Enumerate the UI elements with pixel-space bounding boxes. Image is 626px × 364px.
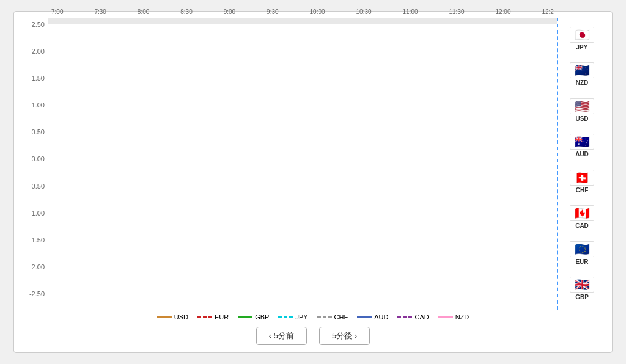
next-button[interactable]: 5分後 ›: [319, 327, 370, 345]
legend-entry-aud: AUD: [357, 313, 388, 321]
y-axis: 2.50 2.00 1.50 1.00 0.50 0.00 -0.50 -1.0…: [20, 18, 48, 310]
chart-wrapper: 7:00 7:30 8:00 8:30 9:00 9:30 10:00 10:3…: [48, 18, 557, 310]
legend-line-eur: [197, 316, 212, 318]
legend-line-gbp: [238, 316, 252, 318]
flag-eur: 🇪🇺: [570, 241, 594, 257]
legend-entry-gbp: GBP: [238, 313, 269, 321]
label-gbp: GBP: [575, 294, 589, 300]
label-jpy: JPY: [576, 44, 588, 51]
grid-line: [48, 24, 557, 24]
legend-entry-chf: CHF: [317, 313, 348, 321]
bottom-legend: USD EUR GBP JPY CHF AUD CAD NZD: [20, 310, 606, 323]
flag-chf: 🇨🇭: [570, 170, 594, 186]
legend-nzd: 🇳🇿 NZD: [570, 62, 594, 86]
prev-button[interactable]: ‹ 5分前: [256, 327, 307, 345]
legend-line-nzd: [438, 316, 453, 318]
legend-entry-nzd: NZD: [438, 313, 470, 321]
legend-eur: 🇪🇺 EUR: [570, 241, 594, 265]
legend-line-usd: [157, 316, 172, 318]
legend-entry-usd: USD: [157, 313, 188, 321]
label-eur: EUR: [575, 258, 588, 265]
flag-nzd: 🇳🇿: [570, 62, 594, 78]
legend-entry-jpy: JPY: [278, 313, 307, 321]
label-nzd: NZD: [576, 79, 589, 86]
legend-usd: 🇺🇸 USD: [570, 98, 594, 122]
main-container: 2.50 2.00 1.50 1.00 0.50 0.00 -0.50 -1.0…: [13, 11, 613, 353]
flag-aud: 🇦🇺: [570, 134, 594, 150]
legend-line-cad: [397, 316, 412, 318]
flag-gbp: 🇬🇧: [570, 277, 594, 293]
chart-container: 7:00 7:30 8:00 8:30 9:00 9:30 10:00 10:3…: [48, 18, 557, 18]
legend-line-chf: [317, 316, 332, 318]
legend-chf: 🇨🇭 CHF: [570, 170, 594, 194]
legend-entry-eur: EUR: [197, 313, 229, 321]
flag-cad: 🇨🇦: [570, 205, 594, 221]
chart-area: 2.50 2.00 1.50 1.00 0.50 0.00 -0.50 -1.0…: [20, 18, 606, 310]
label-usd: USD: [575, 115, 588, 122]
right-panel: 🇯🇵 JPY 🇳🇿 NZD 🇺🇸 USD 🇦🇺 AUD 🇨🇭 CHF 🇨🇦: [557, 18, 606, 310]
legend-entry-cad: CAD: [397, 313, 429, 321]
legend-line-jpy: [278, 316, 293, 318]
label-aud: AUD: [575, 151, 589, 158]
flag-jpy: 🇯🇵: [570, 27, 594, 43]
x-axis: 7:00 7:30 8:00 8:30 9:00 9:30 10:00 10:3…: [48, 5, 557, 18]
label-cad: CAD: [575, 222, 589, 229]
nav-buttons: ‹ 5分前 5分後 ›: [20, 323, 606, 346]
legend-gbp: 🇬🇧 GBP: [570, 277, 594, 300]
legend-line-aud: [357, 316, 372, 318]
label-chf: CHF: [576, 187, 589, 194]
legend-aud: 🇦🇺 AUD: [570, 134, 594, 158]
legend-jpy: 🇯🇵 JPY: [570, 27, 594, 51]
flag-usd: 🇺🇸: [570, 98, 594, 114]
legend-cad: 🇨🇦 CAD: [570, 205, 594, 229]
